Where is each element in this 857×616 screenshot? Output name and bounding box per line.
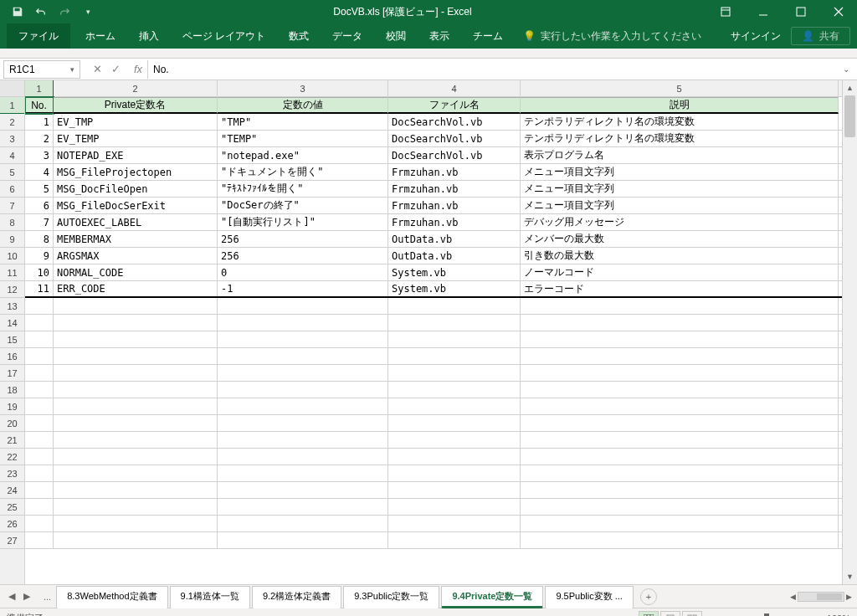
row-header[interactable]: 15 <box>0 331 24 348</box>
column-header[interactable]: 5 <box>521 80 839 96</box>
cell[interactable] <box>388 465 521 481</box>
column-header[interactable]: 3 <box>218 80 388 96</box>
maximize-button[interactable] <box>782 0 819 23</box>
cell[interactable]: "TMP" <box>218 114 388 130</box>
horizontal-scrollbar[interactable]: ◀ ▶ <box>790 590 857 603</box>
ribbon-tab[interactable]: データ <box>321 23 374 49</box>
page-layout-button[interactable] <box>660 611 680 617</box>
cell[interactable] <box>521 482 839 498</box>
row-header[interactable]: 8 <box>0 214 24 231</box>
cell[interactable] <box>388 432 521 448</box>
sheet-tab[interactable]: 9.5Public変数 ... <box>545 586 633 608</box>
cell[interactable] <box>388 532 521 548</box>
cell[interactable] <box>54 482 218 498</box>
row-header[interactable]: 17 <box>0 365 24 382</box>
cell[interactable] <box>218 315 388 331</box>
cell[interactable]: NORMAL_CODE <box>54 264 218 280</box>
cell[interactable]: 1 <box>25 114 54 130</box>
cell[interactable] <box>25 432 54 448</box>
cell[interactable]: テンポラリディレクトリ名の環境変数 <box>521 131 839 146</box>
cell[interactable]: 引き数の最大数 <box>521 248 839 264</box>
cell[interactable]: OutData.vb <box>388 231 521 247</box>
cell[interactable]: 10 <box>25 264 54 280</box>
row-header[interactable]: 24 <box>0 482 24 499</box>
cell[interactable]: 9 <box>25 248 54 264</box>
cell[interactable] <box>218 398 388 414</box>
cell[interactable] <box>25 415 54 431</box>
cell[interactable]: EV_TEMP <box>54 131 218 146</box>
tab-overflow-icon[interactable]: ... <box>38 592 56 602</box>
cell[interactable] <box>54 331 218 347</box>
cell[interactable]: 5 <box>25 181 54 197</box>
page-break-button[interactable] <box>682 611 702 617</box>
cell[interactable]: ノーマルコード <box>521 264 839 280</box>
scroll-down-icon[interactable]: ▼ <box>843 569 857 584</box>
cell[interactable]: Private定数名 <box>54 97 218 114</box>
cell[interactable]: Frmzuhan.vb <box>388 164 521 180</box>
row-header[interactable]: 14 <box>0 315 24 331</box>
cell[interactable] <box>388 449 521 465</box>
cell[interactable] <box>521 415 839 431</box>
cell[interactable] <box>521 365 839 381</box>
cell[interactable] <box>54 415 218 431</box>
ribbon-display-button[interactable] <box>706 0 744 23</box>
cell[interactable]: MSG_FileDocSerExit <box>54 198 218 213</box>
row-header[interactable]: 9 <box>0 231 24 248</box>
row-header[interactable]: 27 <box>0 532 24 549</box>
cell[interactable] <box>388 499 521 515</box>
cell[interactable] <box>54 348 218 364</box>
cell[interactable]: 定数の値 <box>218 97 388 114</box>
minimize-button[interactable] <box>744 0 782 23</box>
cell[interactable] <box>54 499 218 515</box>
undo-button[interactable] <box>30 3 52 21</box>
cell[interactable]: メニュー項目文字列 <box>521 164 839 180</box>
share-button[interactable]: 👤 共有 <box>791 27 850 45</box>
cell[interactable]: 4 <box>25 164 54 180</box>
cell[interactable]: "DocSerの終了" <box>218 198 388 213</box>
cell[interactable] <box>54 465 218 481</box>
cell[interactable] <box>25 449 54 465</box>
sheet-tab[interactable]: 9.4Private定数一覧 <box>441 586 543 608</box>
scroll-thumb[interactable] <box>844 95 855 137</box>
row-header[interactable]: 4 <box>0 147 24 164</box>
cell[interactable] <box>388 331 521 347</box>
ribbon-tab[interactable]: 校閲 <box>374 23 418 49</box>
cell[interactable]: -1 <box>218 281 388 296</box>
cell[interactable]: メンバーの最大数 <box>521 231 839 247</box>
cell[interactable] <box>521 331 839 347</box>
cell[interactable] <box>25 499 54 515</box>
cell[interactable]: MSG_FileProjectopen <box>54 164 218 180</box>
fx-icon[interactable]: fx <box>127 63 141 75</box>
cell[interactable] <box>218 432 388 448</box>
cell[interactable] <box>218 499 388 515</box>
hscroll-right-icon[interactable]: ▶ <box>846 593 852 601</box>
cell[interactable]: OutData.vb <box>388 248 521 264</box>
close-button[interactable] <box>819 0 857 23</box>
cell[interactable] <box>218 365 388 381</box>
row-header[interactable]: 22 <box>0 449 24 465</box>
cell[interactable]: 256 <box>218 248 388 264</box>
cancel-icon[interactable]: ✕ <box>90 63 104 75</box>
cell[interactable]: MSG_DocFileOpen <box>54 181 218 197</box>
cell[interactable] <box>388 382 521 398</box>
cell[interactable] <box>388 415 521 431</box>
ribbon-tab[interactable]: ホーム <box>74 23 127 49</box>
cell[interactable] <box>388 348 521 364</box>
cell[interactable] <box>388 315 521 331</box>
cell[interactable] <box>25 465 54 481</box>
sheet-tab[interactable]: 9.3Public定数一覧 <box>343 586 439 608</box>
sheet-tab[interactable]: 9.1構造体一覧 <box>170 586 250 608</box>
cell[interactable]: メニュー項目文字列 <box>521 198 839 213</box>
row-header[interactable]: 3 <box>0 131 24 147</box>
formula-expand-icon[interactable]: ⌄ <box>840 64 857 74</box>
cell[interactable]: 7 <box>25 214 54 230</box>
tab-prev-icon[interactable]: ◀ <box>5 591 18 602</box>
cell[interactable] <box>25 516 54 531</box>
zoom-out-button[interactable]: − <box>712 613 717 617</box>
row-header[interactable]: 1 <box>0 97 24 114</box>
cell[interactable] <box>218 298 388 314</box>
row-header[interactable]: 20 <box>0 415 24 432</box>
cell[interactable]: Frmzuhan.vb <box>388 198 521 213</box>
cell[interactable] <box>218 348 388 364</box>
cell[interactable] <box>54 315 218 331</box>
